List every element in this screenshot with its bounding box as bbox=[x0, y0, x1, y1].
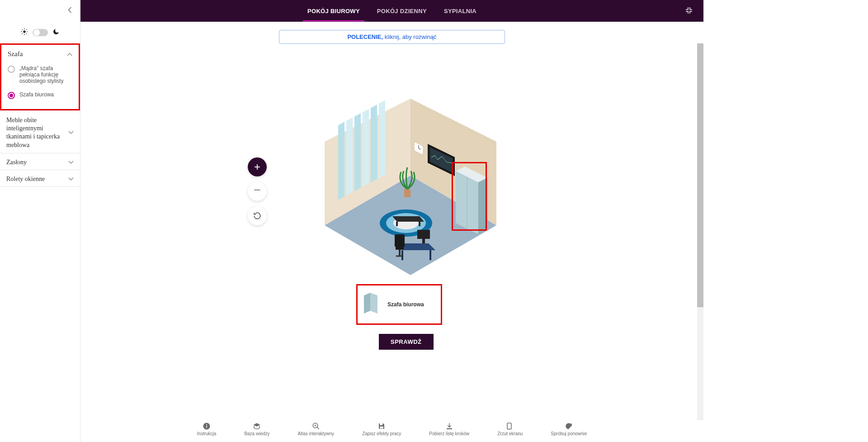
svg-point-54 bbox=[509, 428, 510, 429]
reset-rotation-button[interactable] bbox=[248, 206, 267, 225]
radio-icon bbox=[8, 92, 15, 99]
svg-rect-22 bbox=[371, 105, 377, 182]
svg-marker-43 bbox=[364, 293, 370, 314]
scrollbar-thumb[interactable] bbox=[697, 43, 703, 307]
main-area: POKÓJ BIUROWY POKÓJ DZIENNY SYPIALNIA PO… bbox=[80, 0, 703, 442]
toolbar-label: Instrukcja bbox=[197, 431, 217, 436]
section-zaslony[interactable]: Zasłony bbox=[0, 153, 80, 170]
chevron-up-icon bbox=[67, 51, 72, 58]
section-header-szafa[interactable]: Szafa bbox=[1, 45, 79, 62]
svg-point-0 bbox=[23, 30, 25, 33]
svg-line-49 bbox=[317, 427, 319, 429]
toolbar-pobierz[interactable]: Pobierz listę kroków bbox=[429, 422, 469, 442]
radio-icon bbox=[8, 66, 15, 73]
svg-rect-40 bbox=[396, 247, 404, 250]
svg-rect-17 bbox=[419, 222, 420, 226]
command-bold: POLECENIE, bbox=[347, 33, 383, 40]
sidebar: Szafa „Mądra" szafa pełniąca funkcję oso… bbox=[0, 0, 80, 442]
spacer bbox=[1, 103, 79, 109]
svg-rect-18 bbox=[338, 122, 344, 200]
command-banner[interactable]: POLECENIE, kliknij, aby rozwinąć bbox=[279, 30, 505, 44]
svg-rect-19 bbox=[346, 118, 353, 195]
radio-option-szafa-biurowa[interactable]: Szafa biurowa bbox=[1, 88, 79, 103]
chevron-left-icon[interactable] bbox=[68, 7, 72, 15]
scrollbar[interactable] bbox=[697, 43, 703, 420]
toolbar-zapisz[interactable]: Zapisz efekty pracy bbox=[362, 422, 401, 442]
tab-sypialnia[interactable]: SYPIALNIA bbox=[444, 1, 476, 21]
chevron-down-icon bbox=[68, 129, 74, 136]
tab-label: POKÓJ DZIENNY bbox=[377, 8, 427, 14]
tab-label: POKÓJ BIUROWY bbox=[307, 8, 360, 14]
svg-rect-37 bbox=[417, 230, 430, 239]
section-title: Szafa bbox=[8, 50, 23, 58]
topbar: POKÓJ BIUROWY POKÓJ DZIENNY SYPIALNIA bbox=[80, 0, 703, 22]
toolbar-zrzut[interactable]: Zrzut ekranu bbox=[497, 422, 523, 442]
toolbar-instrukcja[interactable]: Instrukcja bbox=[197, 422, 217, 442]
check-button-label: SPRAWDŹ bbox=[391, 338, 422, 345]
section-title: Zasłony bbox=[6, 159, 27, 166]
toolbar-sprobuj[interactable]: Spróbuj ponownie bbox=[551, 422, 587, 442]
room-tabs: POKÓJ BIUROWY POKÓJ DZIENNY SYPIALNIA bbox=[307, 1, 476, 21]
svg-line-7 bbox=[22, 33, 22, 34]
selected-item-label: Szafa biurowa bbox=[387, 301, 424, 308]
sun-icon bbox=[21, 28, 28, 37]
svg-line-6 bbox=[26, 33, 27, 34]
tab-pokoj-biurowy[interactable]: POKÓJ BIUROWY bbox=[307, 1, 360, 21]
toolbar-label: Pobierz listę kroków bbox=[429, 431, 469, 436]
svg-rect-52 bbox=[447, 428, 452, 429]
zoom-in-button[interactable]: + bbox=[248, 157, 267, 176]
toolbar-label: Zapisz efekty pracy bbox=[362, 431, 401, 436]
chevron-down-icon bbox=[68, 176, 74, 183]
radio-label: Szafa biurowa bbox=[19, 91, 54, 98]
svg-rect-39 bbox=[395, 234, 405, 247]
wardrobe-highlight-box bbox=[452, 162, 487, 231]
section-title: Meble obite inteligentnymi tkaninami i t… bbox=[6, 116, 65, 149]
command-rest: kliknij, aby rozwinąć bbox=[383, 33, 437, 40]
selected-item-card[interactable]: Szafa biurowa bbox=[356, 284, 442, 325]
canvas-area: POLECENIE, kliknij, aby rozwinąć + − bbox=[80, 22, 703, 442]
bottom-toolbar: Instrukcja Baza wiedzy Atlas interaktywn… bbox=[80, 420, 703, 442]
zoom-controls: + − bbox=[248, 157, 267, 225]
sidebar-highlight-box: Szafa „Mądra" szafa pełniąca funkcję oso… bbox=[0, 43, 80, 110]
theme-switch[interactable] bbox=[33, 29, 48, 36]
svg-rect-20 bbox=[354, 113, 361, 191]
svg-point-47 bbox=[206, 424, 207, 425]
radio-option-madra-szafa[interactable]: „Mądra" szafa pełniąca funkcję osobisteg… bbox=[1, 62, 79, 88]
svg-rect-41 bbox=[399, 250, 401, 256]
chevron-down-icon bbox=[68, 159, 74, 166]
check-button[interactable]: SPRAWDŹ bbox=[379, 334, 434, 350]
tab-label: SYPIALNIA bbox=[444, 8, 476, 14]
svg-rect-38 bbox=[422, 239, 425, 243]
svg-rect-24 bbox=[404, 189, 410, 197]
tab-pokoj-dzienny[interactable]: POKÓJ DZIENNY bbox=[377, 1, 427, 21]
theme-toggle-row bbox=[0, 22, 80, 43]
app-root: Szafa „Mądra" szafa pełniąca funkcję oso… bbox=[0, 0, 703, 442]
wardrobe-icon bbox=[364, 293, 379, 316]
svg-line-8 bbox=[26, 29, 27, 30]
svg-rect-51 bbox=[380, 427, 383, 429]
section-meble[interactable]: Meble obite inteligentnymi tkaninami i t… bbox=[0, 110, 80, 153]
fullscreen-exit-icon[interactable] bbox=[685, 7, 693, 15]
svg-marker-44 bbox=[370, 293, 377, 314]
svg-rect-46 bbox=[206, 426, 207, 428]
svg-rect-16 bbox=[396, 222, 398, 226]
svg-rect-23 bbox=[379, 100, 385, 178]
radio-label: „Mądra" szafa pełniąca funkcję osobisteg… bbox=[19, 65, 72, 84]
svg-rect-35 bbox=[401, 250, 403, 260]
svg-rect-50 bbox=[380, 423, 382, 425]
toolbar-label: Atlas interaktywny bbox=[298, 431, 335, 436]
toolbar-label: Spróbuj ponownie bbox=[551, 431, 587, 436]
section-rolety[interactable]: Rolety okienne bbox=[0, 170, 80, 187]
moon-icon bbox=[52, 28, 60, 37]
svg-rect-21 bbox=[363, 109, 369, 187]
toolbar-baza-wiedzy[interactable]: Baza wiedzy bbox=[244, 422, 269, 442]
zoom-out-button[interactable]: − bbox=[248, 182, 267, 201]
section-title: Rolety okienne bbox=[6, 176, 45, 183]
svg-rect-36 bbox=[429, 250, 431, 260]
svg-marker-15 bbox=[392, 216, 424, 222]
sidebar-top bbox=[0, 0, 80, 22]
toolbar-label: Zrzut ekranu bbox=[497, 431, 523, 436]
toolbar-label: Baza wiedzy bbox=[244, 431, 269, 436]
svg-line-5 bbox=[22, 29, 22, 30]
toolbar-atlas[interactable]: Atlas interaktywny bbox=[298, 422, 335, 442]
